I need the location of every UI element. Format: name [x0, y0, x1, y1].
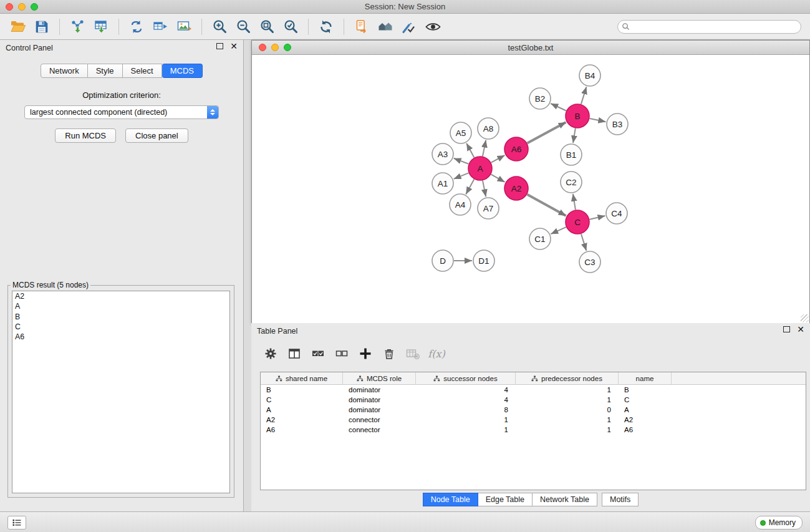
network-node-B4[interactable]: B4 — [579, 65, 600, 86]
resize-grip[interactable] — [801, 314, 809, 322]
network-zoom-button[interactable] — [284, 44, 291, 51]
delete-column-button[interactable] — [378, 344, 400, 363]
tab-select[interactable]: Select — [123, 64, 162, 78]
cell-name[interactable]: A6 — [619, 426, 672, 433]
tab-edge-table[interactable]: Edge Table — [478, 493, 533, 506]
zoom-fit-button[interactable] — [255, 17, 279, 37]
cell-successor-nodes[interactable]: 4 — [416, 386, 516, 394]
open-session-button[interactable] — [6, 17, 30, 37]
cell-mcds-role[interactable]: dominator — [343, 386, 416, 394]
network-node-A6[interactable]: A6 — [504, 137, 528, 161]
network-edge-B-B4[interactable] — [581, 87, 587, 104]
cell-successor-nodes[interactable]: 8 — [416, 406, 516, 414]
save-session-button[interactable] — [30, 17, 54, 37]
network-node-D[interactable]: D — [432, 250, 453, 271]
delete-table-button[interactable] — [402, 344, 423, 363]
network-node-A3[interactable]: A3 — [432, 143, 453, 165]
network-node-A5[interactable]: A5 — [450, 122, 471, 143]
column-header-predecessor-nodes[interactable]: predecessor nodes — [516, 372, 619, 384]
network-node-B1[interactable]: B1 — [561, 144, 582, 165]
export-image-button[interactable] — [172, 17, 196, 37]
network-node-C1[interactable]: C1 — [529, 228, 551, 249]
close-panel-button[interactable]: Close panel — [125, 128, 188, 143]
show-panels-button[interactable] — [7, 516, 26, 530]
network-edge-A-A3[interactable] — [454, 158, 469, 164]
network-edge-C-C3[interactable] — [581, 234, 586, 251]
close-table-panel-icon[interactable]: ✕ — [797, 326, 804, 333]
cell-successor-nodes[interactable]: 1 — [416, 416, 516, 423]
cell-shared-name[interactable]: A — [261, 406, 343, 414]
network-node-B3[interactable]: B3 — [607, 114, 628, 135]
mcds-result-list[interactable]: A2 A B C A6 — [12, 291, 230, 493]
network-edge-C-C1[interactable] — [551, 227, 566, 234]
add-column-button[interactable] — [355, 344, 376, 363]
column-header-name[interactable]: name — [619, 372, 672, 384]
network-edge-A-A2[interactable] — [491, 175, 505, 182]
network-node-C2[interactable]: C2 — [561, 172, 582, 193]
memory-button[interactable]: Memory — [755, 516, 803, 530]
network-node-C4[interactable]: C4 — [606, 203, 627, 224]
network-node-A[interactable]: A — [468, 157, 492, 180]
import-network-button[interactable] — [65, 17, 89, 37]
column-header-successor-nodes[interactable]: successor nodes — [416, 372, 516, 384]
cell-shared-name[interactable]: A2 — [261, 416, 343, 423]
cell-mcds-role[interactable]: connector — [343, 416, 416, 423]
search-input[interactable] — [630, 22, 797, 32]
table-row[interactable]: A2 connector 1 1 A2 — [261, 415, 806, 425]
network-canvas[interactable]: AA6A2BCA5A8A3A1A4A7B2B4B3B1C2C4C1C3DD1 — [252, 55, 809, 323]
tab-node-table[interactable]: Node Table — [423, 493, 478, 506]
close-panel-icon[interactable]: ✕ — [230, 42, 238, 50]
cell-successor-nodes[interactable]: 1 — [416, 426, 516, 433]
table-settings-button[interactable] — [260, 344, 281, 363]
network-node-A2[interactable]: A2 — [504, 177, 528, 200]
import-table-button[interactable] — [89, 17, 113, 37]
network-minimize-button[interactable] — [271, 44, 279, 51]
network-edge-C-C2[interactable] — [573, 194, 576, 210]
network-node-A4[interactable]: A4 — [450, 194, 471, 215]
cell-name[interactable]: B — [619, 386, 672, 394]
network-edge-A6-B[interactable] — [528, 122, 566, 143]
zoom-window-button[interactable] — [31, 3, 38, 11]
tab-mcds[interactable]: MCDS — [162, 64, 203, 78]
refresh-layout-button[interactable] — [314, 17, 338, 37]
mcds-result-item[interactable]: A6 — [12, 332, 229, 342]
network-node-C3[interactable]: C3 — [579, 251, 600, 273]
cell-predecessor-nodes[interactable]: 1 — [516, 416, 619, 423]
float-table-panel-icon[interactable] — [783, 326, 790, 332]
tab-network-table[interactable]: Network Table — [533, 493, 597, 506]
tab-style[interactable]: Style — [88, 64, 123, 78]
network-edge-A-A7[interactable] — [483, 181, 486, 197]
network-edge-A-A1[interactable] — [454, 173, 469, 179]
mcds-result-item[interactable]: B — [12, 312, 229, 322]
network-window-titlebar[interactable]: testGlobe.txt — [252, 41, 809, 55]
optimization-criterion-dropdown[interactable]: largest connected component (directed) — [24, 105, 219, 119]
network-close-button[interactable] — [259, 44, 266, 51]
network-node-A1[interactable]: A1 — [432, 173, 453, 194]
column-header-shared-name[interactable]: shared name — [261, 372, 343, 384]
search-field[interactable] — [617, 20, 801, 34]
cell-name[interactable]: A — [619, 406, 672, 414]
minimize-window-button[interactable] — [18, 3, 26, 11]
network-edge-B-B1[interactable] — [573, 128, 576, 143]
network-node-A7[interactable]: A7 — [478, 198, 499, 219]
new-network-table-button[interactable] — [148, 17, 172, 37]
network-node-C[interactable]: C — [566, 210, 589, 234]
show-columns-button[interactable] — [284, 344, 305, 363]
cell-predecessor-nodes[interactable]: 1 — [516, 386, 619, 394]
table-row[interactable]: B dominator 4 1 B — [261, 385, 806, 395]
network-node-B[interactable]: B — [566, 104, 589, 128]
network-edge-A2-C[interactable] — [528, 195, 566, 216]
network-edge-C-C4[interactable] — [590, 216, 605, 220]
cell-shared-name[interactable]: A6 — [261, 426, 343, 433]
apply-style-button[interactable] — [397, 17, 421, 37]
cell-mcds-role[interactable]: dominator — [343, 406, 416, 414]
cell-name[interactable]: C — [619, 396, 672, 404]
zoom-selected-button[interactable] — [279, 17, 302, 37]
deselect-all-button[interactable] — [331, 344, 352, 363]
mcds-result-item[interactable]: A2 — [12, 291, 229, 301]
network-edge-B-B2[interactable] — [551, 104, 566, 111]
copy-network-button[interactable] — [350, 17, 374, 37]
cell-predecessor-nodes[interactable]: 1 — [516, 396, 619, 404]
cell-predecessor-nodes[interactable]: 1 — [516, 426, 619, 433]
tab-network[interactable]: Network — [41, 64, 88, 78]
